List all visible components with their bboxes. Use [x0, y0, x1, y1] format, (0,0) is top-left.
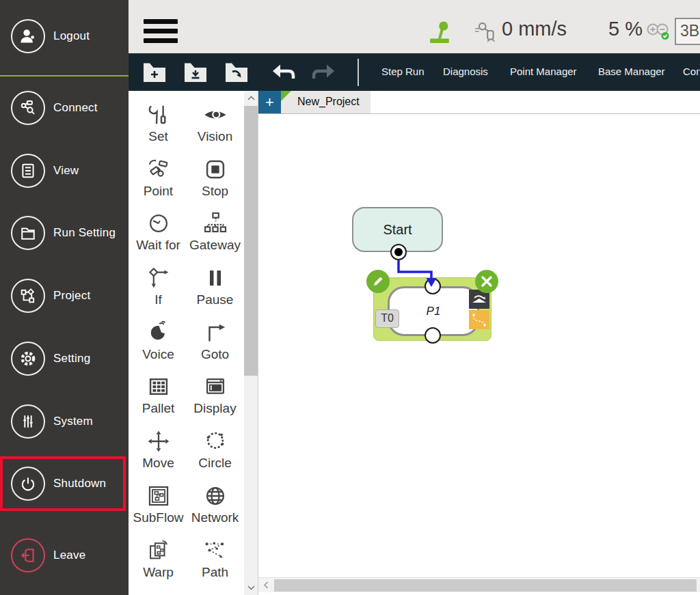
sidebar-item-connect[interactable]: Connect [0, 83, 129, 133]
run-setting-icon [11, 216, 45, 250]
menu-step-run[interactable]: Step Run [381, 66, 425, 77]
sidebar-item-setting[interactable]: Setting [0, 334, 129, 383]
palette-item-label: Path [187, 565, 243, 580]
main-toolbar: Step Run Diagnosis Point Manager Base Ma… [129, 53, 700, 91]
palette-item-point[interactable]: Point [130, 154, 187, 209]
new-project-folder-icon[interactable] [139, 59, 170, 86]
path-type-icon[interactable] [469, 310, 489, 329]
system-icon [11, 404, 45, 439]
network-icon [187, 482, 243, 510]
speed-value: 0 mm/s [502, 18, 567, 40]
palette-item-gateway[interactable]: Gateway [187, 208, 243, 263]
sidebar-item-label: Project [53, 289, 90, 303]
palette-item-label: Pallet [130, 401, 187, 416]
scroll-down-icon[interactable] [246, 582, 256, 592]
close-icon [481, 275, 493, 288]
sidebar-divider [0, 75, 129, 77]
sidebar-item-run-setting[interactable]: Run Setting [0, 208, 129, 258]
connect-icon [11, 91, 45, 125]
new-tab-button[interactable]: + [258, 91, 281, 113]
palette-item-label: Goto [187, 347, 243, 362]
palette-item-voice[interactable]: Voice [130, 318, 187, 372]
project-tab-label: New_Project [297, 96, 360, 108]
canvas-horizontal-scrollbar[interactable] [258, 577, 700, 592]
menu-point-manager[interactable]: Point Manager [510, 66, 577, 77]
palette-item-label: Circle [187, 456, 243, 471]
menu-diagnosis[interactable]: Diagnosis [443, 66, 488, 77]
undo-icon[interactable] [268, 59, 298, 86]
point-icon [130, 156, 187, 183]
palette-item-wait-for[interactable]: Wait for [130, 208, 187, 263]
flow-canvas[interactable]: + New_Project Start P1 T0 [258, 91, 700, 595]
circle-icon-cell[interactable]: Circle [187, 426, 243, 481]
set-icon [130, 101, 187, 128]
pause-icon [187, 264, 243, 292]
palette-item-label: SubFlow [130, 510, 187, 525]
palette-item-path[interactable]: Path [187, 536, 243, 590]
top-status-bar: 0 mm/s 5 % 3BF8 [129, 0, 700, 53]
setting-icon [11, 342, 45, 376]
palette-item-subflow[interactable]: SubFlow [130, 481, 187, 536]
palette-item-label: Voice [130, 347, 187, 362]
voice-icon [130, 319, 187, 346]
start-output-connector[interactable] [390, 244, 407, 260]
zoom-adjust-icon[interactable] [646, 21, 675, 47]
menu-controller[interactable]: Controller [683, 66, 700, 77]
palette-item-warp[interactable]: Warp [130, 536, 187, 590]
sidebar-item-view[interactable]: View [0, 146, 129, 195]
palette-item-pause[interactable]: Pause [187, 263, 243, 318]
sidebar-item-label: Logout [53, 29, 90, 43]
robot-id-chip[interactable]: 3BF8 [675, 18, 700, 45]
redo-icon[interactable] [309, 59, 339, 86]
palette-item-label: Set [130, 129, 187, 144]
sidebar-item-leave[interactable]: Leave [0, 531, 129, 580]
p1-output-connector[interactable] [425, 327, 441, 344]
p1-node-label: P1 [427, 305, 441, 318]
project-tab[interactable]: New_Project [281, 91, 371, 113]
sidebar-item-system[interactable]: System [0, 397, 129, 446]
node-edit-button[interactable] [366, 270, 390, 293]
sidebar-item-label: Leave [53, 549, 85, 562]
palette-item-goto[interactable]: Goto [187, 318, 243, 372]
palette-item-if[interactable]: If [130, 263, 187, 318]
p1-input-connector[interactable] [425, 278, 441, 294]
palette-item-label: Pause [187, 292, 243, 307]
palette-item-network[interactable]: Network [187, 481, 243, 536]
scroll-left-icon[interactable] [261, 580, 271, 590]
warp-icon [130, 537, 187, 564]
palette-scrollbar[interactable] [244, 91, 258, 595]
p1-tool-tag: T0 [375, 309, 399, 328]
palette-scrollbar-thumb[interactable] [244, 106, 258, 376]
hamburger-menu-icon[interactable] [144, 19, 178, 44]
save-project-folder-icon[interactable] [221, 59, 252, 86]
palette-item-vision[interactable]: Vision [187, 100, 243, 154]
scroll-up-icon[interactable] [246, 94, 256, 104]
open-project-folder-icon[interactable] [180, 59, 211, 86]
palette-item-label: Move [130, 456, 187, 471]
palette-item-move[interactable]: Move [130, 426, 187, 481]
shutdown-icon [11, 467, 45, 501]
move-icon [130, 428, 187, 455]
sidebar-item-logout[interactable]: Logout [0, 12, 129, 61]
node-delete-button[interactable] [475, 270, 498, 293]
menu-base-manager[interactable]: Base Manager [598, 66, 665, 77]
palette-item-label: Gateway [187, 238, 243, 253]
sidebar-item-shutdown[interactable]: Shutdown [0, 459, 129, 508]
palette-item-display[interactable]: Display [187, 372, 243, 426]
sidebar-item-project[interactable]: Project [0, 271, 129, 320]
stop-icon [187, 156, 243, 183]
flow-connection-arrow [258, 91, 700, 595]
pallet-icon [130, 373, 187, 400]
palette-item-stop[interactable]: Stop [187, 154, 243, 209]
palette-item-pallet[interactable]: Pallet [130, 372, 187, 426]
palette-item-set[interactable]: Set [130, 100, 187, 154]
canvas-scrollbar-thumb[interactable] [274, 579, 697, 592]
goto-icon [187, 319, 243, 346]
palette-item-label: Display [187, 401, 243, 416]
leave-icon [11, 538, 45, 572]
if-icon [130, 264, 187, 292]
palette-item-label: Wait for [130, 238, 187, 253]
project-tab-strip: + New_Project [258, 91, 700, 114]
tab-modified-triangle [281, 91, 291, 101]
sidebar-item-label: View [53, 164, 79, 178]
